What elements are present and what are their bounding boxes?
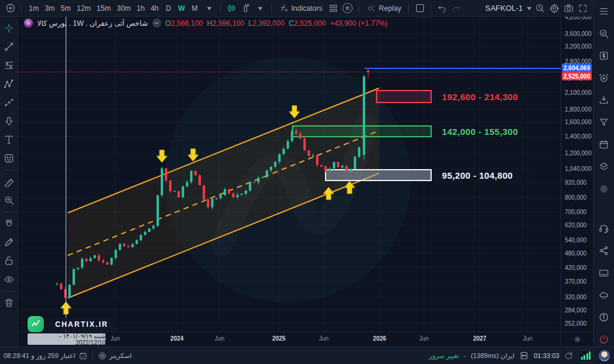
- axis-gear-icon: [573, 335, 582, 344]
- price-tick: 3,600,000: [565, 30, 592, 37]
- candle-body: [203, 185, 205, 200]
- blue-line-price-label: 2,604,069: [562, 64, 592, 72]
- screener-funnel-icon[interactable]: [597, 115, 611, 130]
- fullscreen-icon[interactable]: [576, 2, 589, 15]
- lock-all-tool-icon[interactable]: [2, 254, 16, 268]
- candle-body: [110, 258, 113, 264]
- trendline-tool-icon[interactable]: [2, 40, 16, 54]
- axis-settings-corner[interactable]: [561, 332, 593, 347]
- replay-button[interactable]: Replay: [363, 2, 404, 15]
- refresh-icon[interactable]: [564, 351, 573, 360]
- tf-button-15m[interactable]: 15m: [94, 2, 113, 15]
- r-mode-icon[interactable]: R: [341, 2, 354, 15]
- share-icon[interactable]: [597, 243, 611, 258]
- price-tick: 620,000: [565, 222, 586, 228]
- emoji-tool-icon[interactable]: [2, 151, 16, 166]
- time-axis[interactable]: شنبه ۱۴۰۱/۰۹/۱۹ - 2022/12/10 Jun2024Jun2…: [18, 332, 561, 347]
- candle-body: [115, 250, 117, 258]
- chart-style-secondary-icon[interactable]: [239, 2, 252, 15]
- toolbar-separator: [359, 4, 359, 13]
- zone-box-0: [377, 91, 431, 103]
- candlestick-style-icon[interactable]: [225, 2, 238, 15]
- user-avatar[interactable]: [598, 350, 610, 362]
- tf-button-W[interactable]: W: [175, 2, 188, 15]
- candle-body: [161, 169, 163, 195]
- single-layout-icon[interactable]: [413, 2, 426, 15]
- magnet-tool-icon[interactable]: [2, 216, 16, 231]
- indicators-button[interactable]: Indicators: [276, 2, 326, 15]
- alerts-alarm-icon[interactable]: [597, 71, 611, 85]
- right-sidebar: [593, 0, 614, 347]
- undo-icon[interactable]: [435, 2, 449, 15]
- tf-button-12m[interactable]: 12m: [74, 2, 94, 15]
- price-tick: 420,000: [565, 264, 586, 270]
- toolbar-separator: [220, 4, 221, 13]
- candle-body: [123, 244, 125, 246]
- layers-icon[interactable]: [597, 160, 611, 174]
- legend-collapse-icon[interactable]: –: [152, 19, 161, 28]
- logout-power-icon[interactable]: [597, 332, 611, 347]
- price-tick: 700,000: [565, 209, 586, 215]
- forecast-tool-icon[interactable]: [2, 95, 16, 110]
- xabcd-pattern-tool-icon[interactable]: [2, 77, 16, 91]
- fib-retracement-tool-icon[interactable]: [2, 58, 16, 73]
- tf-button-4h[interactable]: 4h: [148, 2, 161, 15]
- candle-body: [316, 155, 318, 166]
- crosshair-tool-icon[interactable]: [2, 21, 16, 35]
- chartix-brand[interactable]: CHARTIX.IR: [28, 316, 117, 332]
- down-signal-arrow: [156, 150, 167, 163]
- tf-button-30m[interactable]: 30m: [114, 2, 134, 15]
- add-symbol-icon[interactable]: [4, 2, 17, 15]
- tf-button-3m[interactable]: 3m: [42, 2, 58, 15]
- download-tray-icon[interactable]: [597, 93, 611, 107]
- symbol-selector-button[interactable]: SAFKOL-1 ▼: [485, 2, 532, 15]
- info-icon[interactable]: [597, 310, 611, 324]
- price-axis[interactable]: 4,200,0003,600,0003,200,0002,800,0002,40…: [561, 17, 593, 332]
- candle-body: [102, 260, 104, 262]
- screener-button[interactable]: اسکرینر: [98, 351, 132, 360]
- candle-body: [291, 131, 293, 142]
- market-scanner-icon[interactable]: [533, 2, 546, 15]
- settings-gear-icon[interactable]: [547, 2, 561, 15]
- tf-button-M[interactable]: M: [188, 2, 201, 15]
- style-chevron-icon[interactable]: ▼: [251, 2, 269, 15]
- change-server-link[interactable]: تغییر سرور: [429, 352, 459, 360]
- notifications-bells-icon[interactable]: [597, 288, 611, 302]
- zoom-in-tool-icon[interactable]: [2, 193, 16, 207]
- measure-ruler-tool-icon[interactable]: [2, 175, 16, 189]
- screenshot-camera-icon[interactable]: [562, 2, 575, 15]
- candle-body: [354, 157, 356, 169]
- tf-button-D[interactable]: D: [162, 2, 175, 15]
- hide-drawings-eye-icon[interactable]: [2, 272, 16, 287]
- price-tick: 370,000: [565, 278, 586, 284]
- market-depth-bars-icon[interactable]: [578, 350, 594, 362]
- price-tick: 480,000: [565, 249, 586, 256]
- candle-body: [165, 169, 167, 181]
- menu-hamburger-icon[interactable]: [597, 4, 611, 19]
- timeframe-chevron-icon[interactable]: ▼: [200, 2, 218, 15]
- arrow-shape-tool-icon[interactable]: [2, 114, 16, 128]
- drawing-lock-tool-icon[interactable]: [2, 235, 16, 249]
- price-tick: 3,200,000: [565, 43, 592, 50]
- price-tick: 800,000: [565, 194, 586, 200]
- redo-icon[interactable]: [450, 2, 463, 15]
- delete-trash-icon[interactable]: [2, 296, 16, 310]
- candle-body: [127, 246, 130, 248]
- candle-body: [320, 165, 323, 166]
- candle-body: [245, 191, 247, 194]
- price-dollar-icon[interactable]: [597, 49, 611, 63]
- globe-icon[interactable]: [597, 182, 611, 196]
- layout-grid-icon[interactable]: [327, 2, 340, 15]
- calendar-icon[interactable]: [597, 137, 611, 152]
- symbol-title[interactable]: شاخص آتی زعفران . 1W . بورس کالا: [37, 19, 148, 28]
- chart-canvas[interactable]: 192,600 - 214,300142,000 - 155,30095,200…: [18, 17, 561, 332]
- payment-card-icon[interactable]: [597, 266, 611, 280]
- support-headset-icon[interactable]: [597, 221, 611, 236]
- candle-body: [119, 244, 121, 250]
- price-tick: 1,200,000: [565, 150, 592, 157]
- watchlist-search-icon[interactable]: [597, 26, 611, 41]
- tf-button-1m[interactable]: 1m: [26, 2, 42, 15]
- tf-button-1h[interactable]: 1h: [134, 2, 148, 15]
- text-tool-icon[interactable]: [2, 133, 16, 147]
- tf-button-5m[interactable]: 5m: [58, 2, 74, 15]
